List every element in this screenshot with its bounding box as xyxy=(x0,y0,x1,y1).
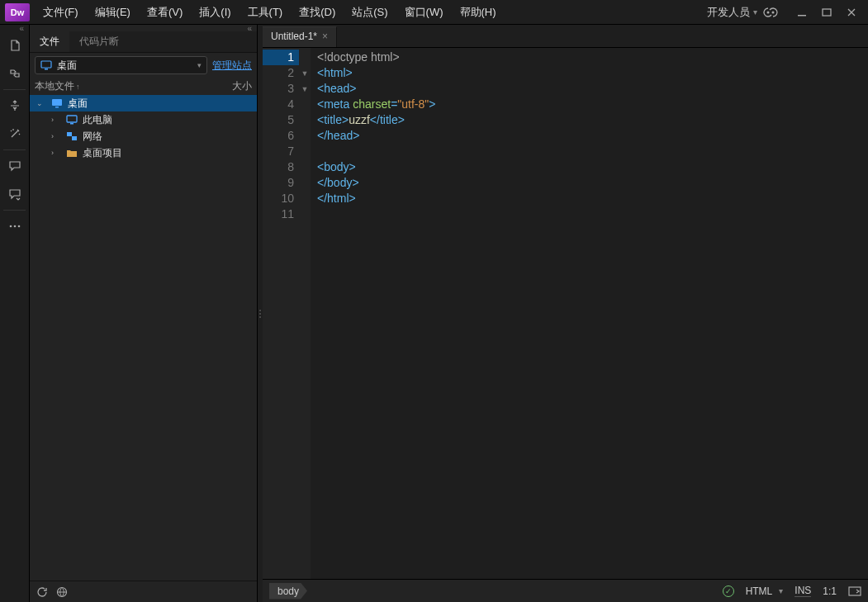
svg-rect-13 xyxy=(67,132,72,136)
line-number[interactable]: 10 xyxy=(263,191,299,206)
minimize-button[interactable] xyxy=(792,2,812,22)
left-iconbar: « xyxy=(0,25,30,602)
fold-icon[interactable]: ▼ xyxy=(299,65,311,81)
fold-icon[interactable] xyxy=(299,112,311,128)
menu-查找(D)[interactable]: 查找(D) xyxy=(291,0,344,25)
line-number[interactable]: 4 xyxy=(263,97,299,112)
tree-arrow-icon[interactable]: ⌄ xyxy=(36,99,46,107)
line-number[interactable]: 6 xyxy=(263,128,299,144)
site-dropdown[interactable]: 桌面 ▾ xyxy=(35,56,207,74)
tree-row[interactable]: ›桌面项目 xyxy=(30,145,257,161)
globe-icon[interactable] xyxy=(56,586,68,598)
col-local-files[interactable]: 本地文件 xyxy=(35,79,74,93)
tree-row[interactable]: ›网络 xyxy=(30,128,257,145)
network-icon xyxy=(64,130,79,142)
extract-icon[interactable] xyxy=(0,92,30,120)
editor-statusbar: body ✓ HTML INS 1:1 xyxy=(263,579,868,602)
menu-帮助(H)[interactable]: 帮助(H) xyxy=(452,0,505,25)
svg-rect-10 xyxy=(55,107,59,108)
language-selector[interactable]: HTML xyxy=(746,585,784,597)
insert-mode[interactable]: INS xyxy=(794,585,811,597)
code-line[interactable]: <meta charset="utf-8"> xyxy=(317,97,861,112)
menu-插入(I)[interactable]: 插入(I) xyxy=(191,0,239,25)
fold-icon[interactable] xyxy=(299,175,311,191)
overflow-icon[interactable] xyxy=(848,585,861,597)
line-number[interactable]: 9 xyxy=(263,175,299,191)
file-tab-label: Untitled-1* xyxy=(271,31,317,42)
file-new-icon[interactable] xyxy=(0,31,30,59)
svg-point-1 xyxy=(772,11,775,13)
line-number[interactable]: 8 xyxy=(263,159,299,175)
line-number[interactable]: 3 xyxy=(263,81,299,97)
wand-icon[interactable] xyxy=(0,120,30,148)
status-ok-icon[interactable]: ✓ xyxy=(723,585,734,597)
tree-row[interactable]: ⌄桌面 xyxy=(30,95,257,111)
panel-collapse-icon[interactable]: « xyxy=(0,25,29,31)
code-line[interactable]: <body> xyxy=(317,159,861,175)
panel-statusbar xyxy=(30,581,257,602)
code-line[interactable] xyxy=(317,206,861,222)
menu-工具(T)[interactable]: 工具(T) xyxy=(240,0,292,25)
window-controls xyxy=(785,2,868,22)
maximize-button[interactable] xyxy=(817,2,837,22)
fold-icon[interactable] xyxy=(299,97,311,112)
manage-sites-link[interactable]: 管理站点 xyxy=(212,59,252,73)
panel-tab-1[interactable]: 代码片断 xyxy=(69,31,129,52)
code-editor[interactable]: 1234567891011 ▼▼ <!doctype html><html><h… xyxy=(263,48,868,579)
close-button[interactable] xyxy=(842,2,861,22)
sync-settings-icon[interactable] xyxy=(762,6,779,19)
more-icon[interactable] xyxy=(0,212,30,240)
titlebar: Dw 文件(F)编辑(E)查看(V)插入(I)工具(T)查找(D)站点(S)窗口… xyxy=(0,0,868,25)
fold-icon[interactable] xyxy=(299,206,311,222)
files-panel: « 文件代码片断 桌面 ▾ 管理站点 本地文件↑ 大小 ⌄桌面›此电脑›网络›桌… xyxy=(30,25,258,602)
file-tab[interactable]: Untitled-1* × xyxy=(263,26,337,47)
menu-站点(S)[interactable]: 站点(S) xyxy=(344,0,396,25)
menu-编辑(E)[interactable]: 编辑(E) xyxy=(87,0,139,25)
fold-icon[interactable] xyxy=(299,144,311,159)
code-line[interactable] xyxy=(317,144,861,159)
line-number[interactable]: 5 xyxy=(263,112,299,128)
tree-arrow-icon[interactable]: › xyxy=(51,116,61,124)
fold-icon[interactable]: ▼ xyxy=(299,81,311,97)
code-line[interactable]: <html> xyxy=(317,65,861,81)
code-line[interactable]: <!doctype html> xyxy=(317,50,861,65)
col-size[interactable]: 大小 xyxy=(232,79,252,93)
tree-row[interactable]: ›此电脑 xyxy=(30,111,257,128)
desktop-icon xyxy=(40,60,52,70)
svg-rect-11 xyxy=(67,116,77,122)
workspace-selector[interactable]: 开发人员 xyxy=(702,5,762,20)
refresh-icon[interactable] xyxy=(36,586,48,598)
breadcrumb[interactable]: body xyxy=(269,583,307,600)
code-line[interactable]: </body> xyxy=(317,175,861,191)
code-line[interactable]: </html> xyxy=(317,191,861,206)
menu-窗口(W)[interactable]: 窗口(W) xyxy=(396,0,452,25)
code-line[interactable]: <head> xyxy=(317,81,861,97)
code-line[interactable]: <title>uzzf</title> xyxy=(317,112,861,128)
cursor-position: 1:1 xyxy=(823,585,837,597)
tree-arrow-icon[interactable]: › xyxy=(51,149,61,157)
comment-down-icon[interactable] xyxy=(0,180,30,208)
menu-文件(F)[interactable]: 文件(F) xyxy=(35,0,87,25)
fold-icon[interactable] xyxy=(299,50,311,65)
files-collapse-icon[interactable]: « xyxy=(30,25,257,31)
fold-icon[interactable] xyxy=(299,159,311,175)
fold-icon[interactable] xyxy=(299,191,311,206)
dropdown-label: 桌面 xyxy=(57,59,77,73)
computer-icon xyxy=(64,114,79,126)
line-number[interactable]: 7 xyxy=(263,144,299,159)
comment-icon[interactable] xyxy=(0,152,30,180)
fold-icon[interactable] xyxy=(299,128,311,144)
tree-label: 此电脑 xyxy=(83,113,112,127)
panel-tab-0[interactable]: 文件 xyxy=(30,31,69,52)
line-number[interactable]: 2 xyxy=(263,65,299,81)
close-tab-icon[interactable]: × xyxy=(322,31,328,42)
svg-rect-9 xyxy=(52,99,62,106)
svg-point-4 xyxy=(10,225,12,228)
code-line[interactable]: </head> xyxy=(317,128,861,144)
tree-arrow-icon[interactable]: › xyxy=(51,132,61,140)
line-number[interactable]: 1 xyxy=(263,50,299,65)
menu-查看(V)[interactable]: 查看(V) xyxy=(139,0,191,25)
related-files-icon[interactable] xyxy=(0,59,30,88)
line-number[interactable]: 11 xyxy=(263,206,299,222)
svg-point-6 xyxy=(18,225,21,228)
